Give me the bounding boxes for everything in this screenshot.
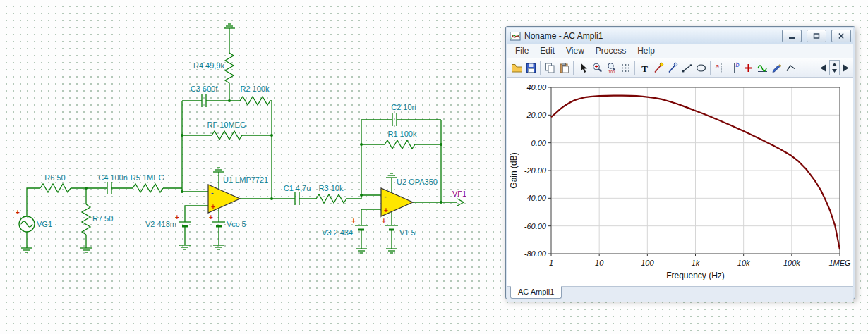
menu-process[interactable]: Process: [591, 45, 631, 56]
component-c1[interactable]: C1 4,7u: [284, 184, 311, 205]
probe-red-button[interactable]: [651, 60, 665, 75]
line-tool-button[interactable]: [680, 60, 694, 75]
close-button[interactable]: [831, 30, 851, 42]
minimize-icon: [787, 32, 797, 40]
component-v1[interactable]: + V1 5: [382, 217, 416, 253]
component-u2[interactable]: - + U2 OPA350: [381, 173, 438, 216]
toolbar-separator: [573, 61, 574, 75]
restore-icon: [812, 32, 821, 40]
svg-text:100: 100: [641, 259, 654, 267]
component-r3[interactable]: R3 10k: [316, 184, 346, 203]
component-r2[interactable]: R2 100k: [240, 85, 270, 105]
open-icon: [511, 62, 523, 74]
svg-text:1k: 1k: [692, 259, 700, 267]
add-marker-button[interactable]: [741, 60, 755, 75]
component-r6[interactable]: R6 50: [40, 173, 71, 192]
component-c2[interactable]: C2 10n: [391, 103, 416, 126]
bode-plot[interactable]: 1101001k10k100k1MEG40.0020.000.00-20.00-…: [507, 78, 851, 283]
wires[interactable]: [27, 34, 457, 243]
zoom-in-button[interactable]: [590, 60, 604, 75]
waveform-icon: [757, 62, 768, 74]
svg-text:R7 50: R7 50: [92, 214, 113, 223]
open-button[interactable]: [510, 60, 524, 75]
svg-text:-20.00: -20.00: [524, 166, 547, 175]
component-r7[interactable]: R7 50: [80, 204, 113, 252]
svg-text:-: -: [211, 188, 214, 197]
cursor-b-button[interactable]: b: [727, 60, 741, 75]
cursor-b-icon: b: [728, 62, 740, 74]
prev-icon: [820, 64, 826, 72]
corner-button[interactable]: [783, 60, 797, 75]
prev-page-button[interactable]: [818, 60, 828, 75]
next-page-button[interactable]: [840, 60, 851, 75]
svg-text:V3 2,434: V3 2,434: [322, 228, 353, 237]
svg-text:V1 5: V1 5: [399, 228, 416, 237]
paste-button[interactable]: [557, 60, 571, 75]
add-marker-icon: [742, 62, 754, 74]
restore-button[interactable]: [807, 30, 826, 42]
svg-text:-40.00: -40.00: [524, 194, 547, 202]
svg-text:R3 10k: R3 10k: [319, 184, 344, 192]
text-tool-button[interactable]: T: [637, 60, 651, 75]
svg-text:T: T: [641, 63, 648, 73]
copy-button[interactable]: [543, 60, 557, 75]
save-button[interactable]: [524, 60, 538, 75]
menu-file[interactable]: File: [510, 45, 534, 56]
titlebar[interactable]: Noname - AC Ampli1: [507, 28, 853, 44]
svg-text:R4 49,9k: R4 49,9k: [193, 61, 225, 70]
cursor-a-button[interactable]: a: [713, 60, 727, 75]
svg-text:10k: 10k: [737, 259, 750, 267]
minimize-button[interactable]: [782, 30, 802, 42]
svg-text:+: +: [209, 214, 213, 221]
svg-text:1: 1: [549, 259, 553, 267]
component-vcc[interactable]: + Vcc 5: [209, 214, 246, 249]
component-u1[interactable]: - + U1 LMP7721: [208, 168, 268, 213]
component-r5[interactable]: R5 1MEG: [131, 173, 164, 192]
svg-text:+: +: [211, 203, 215, 211]
component-v3[interactable]: + V3 2,434: [322, 217, 368, 253]
component-rf[interactable]: RF 10MEG: [207, 120, 246, 140]
component-vf1[interactable]: VF1: [452, 190, 466, 206]
tab-strip: AC Ampli1: [507, 286, 853, 302]
svg-text:40.00: 40.00: [526, 83, 546, 92]
tab-ac-ampli1[interactable]: AC Ampli1: [510, 286, 562, 299]
menu-view[interactable]: View: [561, 45, 589, 56]
schematic-canvas[interactable]: + VG1 R6 50 R7 50 C4 100n R5 1MEG R4 49,…: [0, 0, 501, 310]
menu-edit[interactable]: Edit: [535, 45, 560, 56]
svg-text:b: b: [735, 62, 739, 68]
waveform-button[interactable]: [755, 60, 769, 75]
component-r1[interactable]: R1 100k: [385, 130, 417, 149]
cursor-arrow-icon: [577, 62, 589, 74]
component-c4[interactable]: C4 100n: [98, 173, 128, 194]
toolbar-separator: [634, 61, 635, 75]
zoom-100-button[interactable]: 100: [604, 60, 618, 75]
component-r4[interactable]: R4 49,9k: [193, 24, 235, 83]
ellipse-tool-button[interactable]: [694, 60, 708, 75]
svg-text:C3 600f: C3 600f: [191, 85, 218, 93]
component-c3[interactable]: C3 600f: [191, 85, 218, 107]
pen-button[interactable]: [769, 60, 783, 75]
plot-area[interactable]: 1101001k10k100k1MEG40.0020.000.00-20.00-…: [507, 78, 853, 286]
grid-icon: [620, 62, 632, 74]
cursor-a-icon: a: [714, 62, 726, 74]
page-spinner[interactable]: [829, 60, 840, 75]
probe-blue-button[interactable]: [665, 60, 680, 75]
select-tool-button[interactable]: [576, 60, 590, 75]
svg-text:R2 100k: R2 100k: [241, 85, 270, 93]
menu-help[interactable]: Help: [632, 45, 660, 56]
svg-text:VG1: VG1: [37, 220, 52, 228]
grid-button[interactable]: [618, 60, 632, 75]
ac-analysis-window[interactable]: Noname - AC Ampli1 File Edit View Proces…: [505, 26, 855, 299]
svg-text:10: 10: [595, 259, 604, 267]
svg-text:20.00: 20.00: [526, 111, 546, 119]
component-v2[interactable]: + V2 418m: [145, 214, 191, 249]
svg-text:C2 10n: C2 10n: [391, 103, 416, 111]
ellipse-tool-icon: [695, 62, 707, 74]
svg-text:R5 1MEG: R5 1MEG: [131, 173, 164, 182]
save-icon: [525, 62, 537, 74]
component-vg1[interactable]: + VG1: [16, 209, 52, 252]
svg-text:Vcc 5: Vcc 5: [227, 220, 246, 228]
svg-text:-80.00: -80.00: [524, 249, 547, 258]
svg-text:-: -: [384, 192, 387, 200]
svg-text:U1 LMP7721: U1 LMP7721: [223, 175, 268, 184]
